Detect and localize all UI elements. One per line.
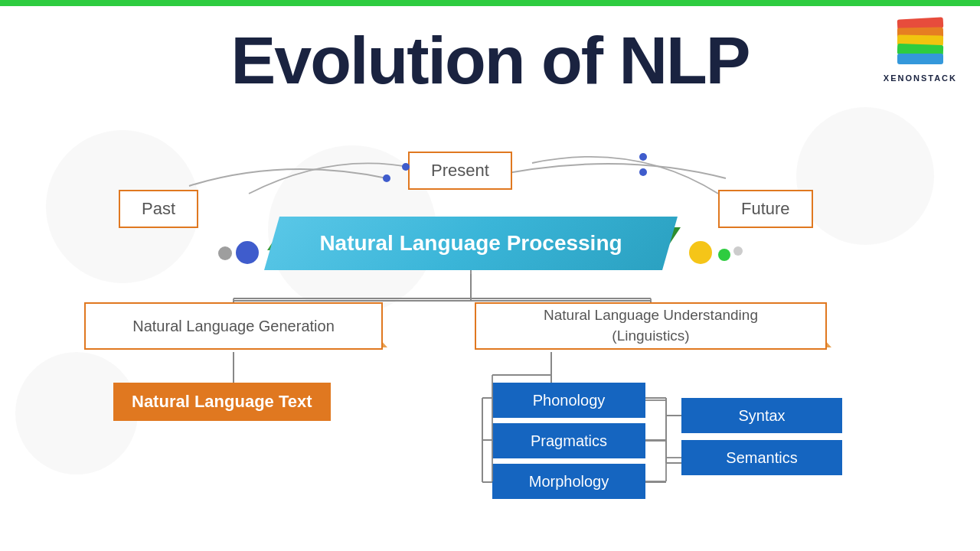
future-box: Future xyxy=(718,190,813,228)
nlp-label: Natural Language Processing xyxy=(319,231,622,256)
semantics-box: Semantics xyxy=(681,440,842,475)
dot-gray2 xyxy=(733,246,743,256)
page-title: Evolution of NLP xyxy=(0,21,980,99)
logo-label: XENONSTACK xyxy=(884,73,957,83)
nlp-box: Natural Language Processing xyxy=(264,217,678,270)
bg-circle-3 xyxy=(796,107,934,245)
logo-layer-5 xyxy=(897,54,943,64)
logo: XENONSTACK xyxy=(884,17,957,83)
dot-yellow xyxy=(689,241,712,264)
past-box: Past xyxy=(119,190,198,228)
phonology-box: Phonology xyxy=(492,383,645,418)
dot-green xyxy=(718,249,730,261)
nlg-box: Natural Language Generation xyxy=(84,302,383,350)
nlt-box: Natural Language Text xyxy=(113,383,331,421)
svg-point-1 xyxy=(639,168,647,176)
svg-point-21 xyxy=(639,153,647,161)
logo-stack xyxy=(893,17,947,70)
present-box: Present xyxy=(408,152,512,190)
nlu-label: Natural Language Understanding(Linguisti… xyxy=(544,305,758,346)
top-bar xyxy=(0,0,980,6)
morphology-box: Morphology xyxy=(492,464,645,499)
dot-gray xyxy=(218,246,232,260)
dot-blue xyxy=(236,241,259,264)
nlu-box: Natural Language Understanding(Linguisti… xyxy=(475,302,827,350)
pragmatics-box: Pragmatics xyxy=(492,423,645,458)
syntax-box: Syntax xyxy=(681,398,842,433)
